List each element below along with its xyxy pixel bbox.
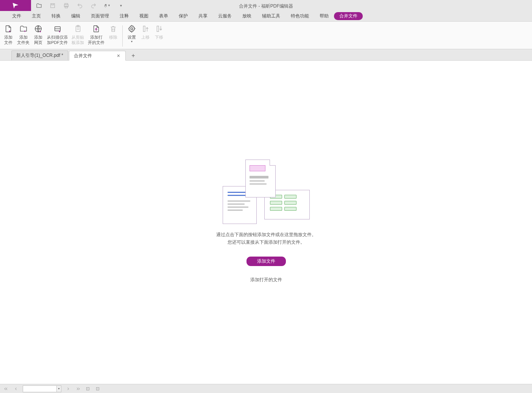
- folder-add-icon: [19, 24, 28, 34]
- close-icon[interactable]: ×: [116, 53, 121, 59]
- tab-merge[interactable]: 合并文件 ×: [69, 51, 126, 61]
- menu-page[interactable]: 页面管理: [86, 11, 114, 21]
- svg-rect-1: [51, 3, 53, 5]
- open-icon[interactable]: [36, 2, 42, 9]
- ribbon-label: 添加 网页: [34, 34, 42, 45]
- menu-protect[interactable]: 保护: [173, 11, 193, 21]
- add-open-file-button[interactable]: 添加打开的文件: [250, 277, 282, 283]
- menu-file[interactable]: 文件: [7, 11, 27, 21]
- page-back-icon[interactable]: [85, 386, 91, 392]
- ribbon-label: 添加 文件夹: [17, 34, 30, 45]
- quick-access-toolbar: ▼ ▾: [31, 2, 124, 9]
- customize-qat-icon[interactable]: ▾: [117, 2, 124, 9]
- ribbon-from-clipboard[interactable]: 从剪贴 板添加: [70, 24, 86, 45]
- svg-rect-11: [157, 26, 159, 32]
- ribbon-label: 上移: [141, 34, 150, 40]
- svg-rect-0: [51, 3, 55, 8]
- next-page-icon[interactable]: [65, 386, 71, 392]
- menu-share[interactable]: 共享: [193, 11, 213, 21]
- first-page-icon[interactable]: [3, 386, 9, 392]
- gear-icon: [127, 24, 137, 34]
- menu-home[interactable]: 主页: [27, 11, 46, 21]
- menu-cloud[interactable]: 云服务: [213, 11, 237, 21]
- empty-line2: 您还可以直接从下面添加打开的文件。: [216, 238, 316, 246]
- menu-annotate[interactable]: 注释: [114, 11, 134, 21]
- arrow-down-icon: [154, 24, 164, 34]
- page-forward-icon[interactable]: [95, 386, 101, 392]
- tab-ocr-pdf[interactable]: 新人引导(1)_OCR.pdf *: [11, 50, 68, 60]
- menu-form[interactable]: 表单: [154, 11, 173, 21]
- ribbon-move-up[interactable]: 上移: [139, 24, 152, 40]
- menubar: 文件 主页 转换 编辑 页面管理 注释 视图 表单 保护 共享 云服务 放映 辅…: [0, 11, 532, 22]
- ribbon: 添加 文件 添加 文件夹 添加 网页 从扫描仪添 加PDF文件 从剪贴 板添加 …: [0, 22, 532, 49]
- caret-down-icon: ▼: [131, 40, 133, 43]
- svg-point-9: [131, 28, 133, 30]
- file-open-add-icon: [91, 24, 101, 34]
- menu-special[interactable]: 特色功能: [286, 11, 314, 21]
- add-file-button[interactable]: 添加文件: [246, 257, 286, 266]
- main-content: 通过点击下面的按钮添加文件或在这里拖放文件。 您还可以直接从下面添加打开的文件。…: [0, 61, 532, 382]
- menu-convert[interactable]: 转换: [46, 11, 66, 21]
- tab-label: 新人引导(1)_OCR.pdf *: [16, 52, 63, 59]
- page-input[interactable]: [23, 385, 57, 392]
- scanner-icon: [53, 24, 62, 34]
- hand-icon[interactable]: ▼: [104, 2, 111, 9]
- ribbon-label: 移除: [109, 34, 117, 40]
- menu-merge[interactable]: 合并文件: [334, 12, 363, 20]
- ribbon-add-open[interactable]: 添加打 开的文件: [86, 24, 106, 45]
- svg-rect-10: [144, 26, 145, 32]
- menu-view[interactable]: 视图: [134, 11, 154, 21]
- ribbon-group-settings: 设置 ▼ 上移 下移: [123, 24, 167, 49]
- menu-aux[interactable]: 辅助工具: [257, 11, 286, 21]
- empty-state: 通过点击下面的按钮添加文件或在这里拖放文件。 您还可以直接从下面添加打开的文件。…: [216, 160, 316, 283]
- svg-rect-12: [87, 387, 89, 390]
- page-number-control: ▼: [23, 385, 61, 392]
- ribbon-label: 添加打 开的文件: [88, 34, 105, 45]
- document-tabs: 新人引导(1)_OCR.pdf * 合并文件 × +: [0, 49, 532, 61]
- foxit-logo-icon: [12, 2, 19, 9]
- arrow-up-icon: [140, 24, 150, 34]
- trash-icon: [108, 24, 118, 34]
- globe-add-icon: [33, 24, 43, 34]
- titlebar: ▼ ▾ 合并文件 - 福昕PDF编辑器: [0, 0, 532, 11]
- ribbon-move-down[interactable]: 下移: [152, 24, 166, 40]
- ribbon-add-file[interactable]: 添加 文件: [2, 24, 15, 45]
- ribbon-label: 设置: [128, 34, 136, 40]
- page-dropdown[interactable]: ▼: [57, 385, 61, 392]
- empty-illustration: [223, 160, 310, 224]
- statusbar: ▼: [0, 384, 532, 393]
- redo-icon[interactable]: [90, 2, 97, 9]
- ribbon-separator: [122, 25, 123, 47]
- empty-text: 通过点击下面的按钮添加文件或在这里拖放文件。 您还可以直接从下面添加打开的文件。: [216, 231, 316, 246]
- prev-page-icon[interactable]: [13, 386, 19, 392]
- last-page-icon[interactable]: [75, 386, 81, 392]
- add-tab-button[interactable]: +: [129, 51, 138, 60]
- ribbon-label: 添加 文件: [4, 34, 12, 45]
- ribbon-add-web[interactable]: 添加 网页: [31, 24, 45, 45]
- ribbon-settings[interactable]: 设置 ▼: [125, 24, 139, 40]
- tab-label: 合并文件: [74, 53, 92, 59]
- svg-rect-13: [97, 387, 99, 390]
- ribbon-label: 下移: [155, 34, 163, 40]
- menu-help[interactable]: 帮助: [314, 11, 334, 21]
- clipboard-icon: [73, 24, 83, 34]
- menu-play[interactable]: 放映: [237, 11, 257, 21]
- caret-down-icon: ▼: [108, 4, 111, 7]
- ribbon-label: 从剪贴 板添加: [72, 34, 84, 45]
- ribbon-label: 从扫描仪添 加PDF文件: [47, 34, 68, 45]
- save-icon[interactable]: [49, 2, 56, 9]
- file-add-icon: [3, 24, 13, 34]
- ribbon-from-scanner[interactable]: 从扫描仪添 加PDF文件: [45, 24, 70, 45]
- ribbon-add-folder[interactable]: 添加 文件夹: [15, 24, 31, 45]
- app-logo: [0, 0, 31, 11]
- empty-line1: 通过点击下面的按钮添加文件或在这里拖放文件。: [216, 231, 316, 238]
- ribbon-remove[interactable]: 移除: [106, 24, 120, 40]
- undo-icon[interactable]: [76, 2, 83, 9]
- menu-edit[interactable]: 编辑: [66, 11, 86, 21]
- print-icon[interactable]: [63, 2, 70, 9]
- ribbon-group-add: 添加 文件 添加 文件夹 添加 网页 从扫描仪添 加PDF文件 从剪贴 板添加 …: [0, 24, 122, 49]
